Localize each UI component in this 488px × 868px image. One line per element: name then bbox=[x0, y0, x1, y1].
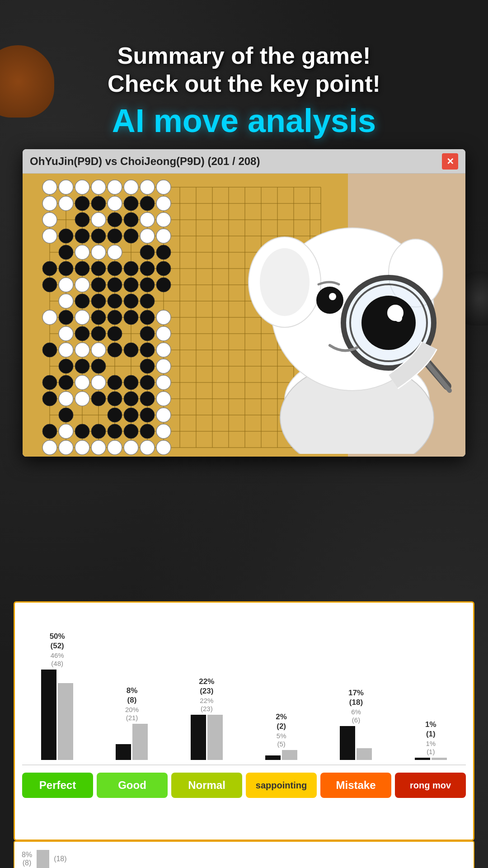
category-normal[interactable]: Normal bbox=[171, 773, 242, 798]
svg-point-42 bbox=[75, 229, 89, 243]
svg-point-125 bbox=[108, 440, 122, 455]
svg-point-43 bbox=[91, 229, 106, 243]
svg-point-53 bbox=[75, 326, 89, 341]
svg-point-115 bbox=[59, 326, 73, 341]
svg-point-122 bbox=[91, 440, 106, 455]
svg-point-88 bbox=[140, 245, 155, 259]
category-disappointing[interactable]: sappointing bbox=[246, 773, 317, 798]
mistake-gray-bar bbox=[357, 748, 372, 760]
svg-point-102 bbox=[108, 261, 122, 276]
svg-point-85 bbox=[156, 245, 171, 259]
wrong-black-label: 1% (1) bbox=[425, 720, 436, 739]
svg-point-136 bbox=[42, 196, 57, 211]
svg-point-77 bbox=[124, 375, 138, 390]
disappointing-black-label: 2% (2) bbox=[276, 712, 287, 731]
svg-point-157 bbox=[156, 408, 171, 422]
svg-point-123 bbox=[59, 440, 73, 455]
svg-point-65 bbox=[108, 408, 122, 422]
svg-point-57 bbox=[59, 359, 73, 373]
svg-point-82 bbox=[140, 343, 155, 357]
svg-point-89 bbox=[140, 261, 155, 276]
svg-point-66 bbox=[124, 408, 138, 422]
svg-point-91 bbox=[140, 294, 155, 308]
svg-point-141 bbox=[108, 180, 122, 194]
bar-group-disappointing: 2% (2) 5% (5) bbox=[246, 712, 316, 760]
svg-point-62 bbox=[59, 408, 73, 422]
svg-point-156 bbox=[156, 392, 171, 406]
svg-point-120 bbox=[59, 424, 73, 439]
wrong-black-bar bbox=[415, 758, 430, 760]
svg-point-154 bbox=[156, 359, 171, 373]
svg-point-134 bbox=[42, 229, 57, 243]
window-title: OhYuJin(P9D) vs ChoiJeong(P9D) (201 / 20… bbox=[30, 155, 442, 168]
svg-point-114 bbox=[59, 294, 73, 308]
good-black-label: 8% (8) bbox=[127, 686, 138, 705]
svg-point-139 bbox=[75, 180, 89, 194]
category-wrong-move[interactable]: rong mov bbox=[395, 773, 466, 798]
svg-point-121 bbox=[75, 440, 89, 455]
close-button[interactable]: ✕ bbox=[442, 153, 458, 170]
subtitle-text: Summary of the game!Check out the key po… bbox=[108, 42, 380, 98]
svg-point-132 bbox=[42, 310, 57, 325]
svg-point-45 bbox=[124, 229, 138, 243]
svg-point-86 bbox=[156, 261, 171, 276]
top-section: Summary of the game!Check out the key po… bbox=[0, 0, 488, 154]
wrong-gray-bar bbox=[432, 758, 447, 760]
perfect-black-bar bbox=[41, 670, 56, 760]
svg-point-117 bbox=[91, 343, 106, 357]
svg-point-52 bbox=[59, 310, 73, 325]
svg-point-51 bbox=[91, 294, 106, 308]
svg-point-41 bbox=[59, 229, 73, 243]
svg-point-60 bbox=[59, 375, 73, 390]
svg-point-76 bbox=[108, 375, 122, 390]
perfect-gray-label: 46% (48) bbox=[51, 651, 64, 668]
category-mistake[interactable]: Mistake bbox=[320, 773, 391, 798]
svg-point-153 bbox=[156, 343, 171, 357]
svg-point-83 bbox=[140, 326, 155, 341]
svg-point-135 bbox=[42, 212, 57, 227]
mascot-character bbox=[239, 192, 465, 454]
svg-point-138 bbox=[59, 180, 73, 194]
svg-point-105 bbox=[140, 196, 155, 211]
svg-point-74 bbox=[124, 392, 138, 406]
svg-point-181 bbox=[361, 296, 416, 350]
category-labels: Perfect Good Normal sappointing Mistake … bbox=[22, 773, 466, 798]
svg-point-140 bbox=[91, 180, 106, 194]
svg-point-59 bbox=[42, 375, 57, 390]
mistake-black-bar bbox=[340, 726, 355, 760]
svg-point-178 bbox=[329, 293, 336, 300]
svg-point-56 bbox=[42, 343, 57, 357]
svg-point-100 bbox=[91, 278, 106, 292]
category-perfect[interactable]: Perfect bbox=[22, 773, 93, 798]
svg-point-81 bbox=[124, 343, 138, 357]
svg-point-98 bbox=[124, 278, 138, 292]
svg-point-131 bbox=[91, 375, 106, 390]
svg-point-94 bbox=[108, 310, 122, 325]
normal-gray-bar bbox=[207, 715, 223, 760]
wrong-gray-label: 1% (1) bbox=[426, 740, 436, 756]
good-gray-bar bbox=[132, 724, 148, 760]
good-black-bar bbox=[116, 744, 131, 760]
svg-point-110 bbox=[156, 229, 171, 243]
chart-section: 50% (52) 46% (48) 8% (8) 20% (21) bbox=[14, 601, 474, 841]
svg-point-96 bbox=[124, 294, 138, 308]
svg-point-151 bbox=[156, 310, 171, 325]
category-good[interactable]: Good bbox=[97, 773, 168, 798]
bar-group-normal: 22% (23) 22% (23) bbox=[172, 677, 242, 760]
svg-point-46 bbox=[59, 245, 73, 259]
svg-point-112 bbox=[91, 245, 106, 259]
svg-point-150 bbox=[75, 310, 89, 325]
perfect-black-label: 50% (52) bbox=[50, 632, 65, 651]
svg-point-177 bbox=[316, 287, 343, 314]
svg-point-130 bbox=[59, 343, 73, 357]
svg-point-145 bbox=[59, 196, 73, 211]
svg-point-64 bbox=[75, 424, 89, 439]
svg-point-54 bbox=[91, 326, 106, 341]
svg-point-158 bbox=[156, 424, 171, 439]
svg-point-63 bbox=[42, 424, 57, 439]
svg-point-78 bbox=[140, 375, 155, 390]
disappointing-gray-label: 5% (5) bbox=[277, 732, 286, 748]
svg-point-49 bbox=[42, 278, 57, 292]
normal-black-label: 22% (23) bbox=[199, 677, 214, 696]
bar-group-good: 8% (8) 20% (21) bbox=[97, 686, 167, 760]
